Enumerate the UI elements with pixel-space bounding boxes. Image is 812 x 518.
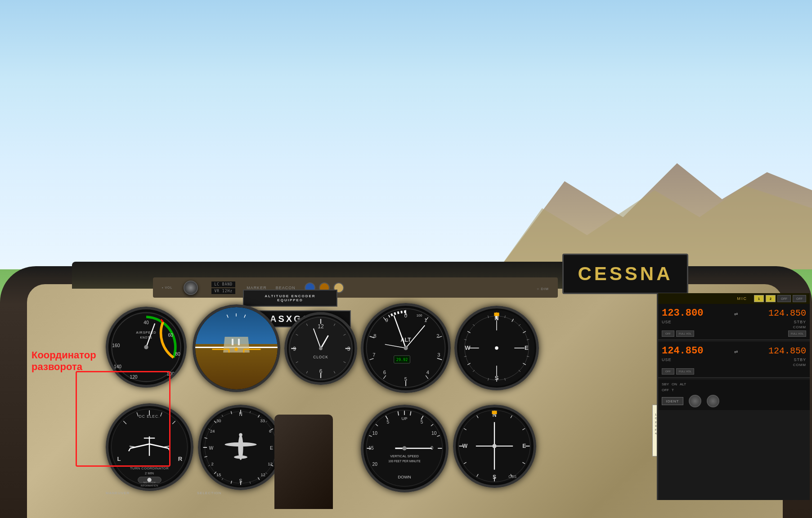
svg-text:12: 12 xyxy=(268,462,272,466)
transfer-icon-1[interactable]: ⇄ xyxy=(734,312,738,317)
t-label: T xyxy=(672,388,674,392)
svg-text:12: 12 xyxy=(318,323,324,330)
radio-btn-off-2[interactable]: OFF xyxy=(793,295,806,302)
vertical-speed-gauge: UP 5 10 15 20 5 10 DOWN VERTICAL SPEED 1… xyxy=(361,405,449,492)
svg-text:160: 160 xyxy=(112,343,120,348)
svg-text:7: 7 xyxy=(372,352,375,357)
svg-text:40: 40 xyxy=(144,320,149,325)
mic-label-text: MIC xyxy=(737,296,748,301)
comm1-stby-label: STBY xyxy=(794,320,806,324)
svg-text:5: 5 xyxy=(421,420,423,424)
comm1-use-label: USE xyxy=(662,320,672,324)
svg-text:OBS: OBS xyxy=(508,474,516,479)
svg-text:VERTICAL SPEED: VERTICAL SPEED xyxy=(390,454,419,458)
svg-text:9: 9 xyxy=(386,317,388,323)
cessna-text: CESSNA xyxy=(578,263,673,285)
svg-text:NO PITCH: NO PITCH xyxy=(144,481,156,484)
svg-text:3: 3 xyxy=(437,352,440,357)
comm2-full-btn[interactable]: FULL VOL xyxy=(676,368,694,375)
svg-point-22 xyxy=(144,345,148,349)
on-label: ON xyxy=(672,382,677,386)
comm1-full-btn2[interactable]: FULL VOL xyxy=(788,330,806,337)
svg-point-113 xyxy=(495,346,498,349)
svg-point-155 xyxy=(234,455,247,459)
mountains-svg xyxy=(497,145,812,271)
svg-text:4: 4 xyxy=(426,370,429,375)
comm2-stby-label: STBY xyxy=(794,357,806,362)
svg-text:CLOCK: CLOCK xyxy=(313,355,328,359)
svg-text:24: 24 xyxy=(210,429,215,433)
svg-text:5: 5 xyxy=(387,420,390,424)
gyro-compass-svg: N S W E 33 12 30 15 6 12 24 2 xyxy=(201,407,281,487)
svg-text:80: 80 xyxy=(175,352,180,357)
attitude-gauge xyxy=(193,304,280,392)
mic-header: MIC 1 2 OFF OFF xyxy=(658,293,810,304)
svg-text:DOWN: DOWN xyxy=(398,475,411,479)
comm2-type-label: COMM xyxy=(793,363,806,367)
radio-stack: MIC 1 2 OFF OFF 123.800 ⇄ 124.850 xyxy=(657,293,810,500)
svg-point-27 xyxy=(234,348,238,351)
comm1-full-btn[interactable]: FULL VOL xyxy=(676,330,694,337)
altitude-encoder-text-2: EQUIPPED xyxy=(277,298,303,302)
svg-text:TURN COORDINATOR: TURN COORDINATOR xyxy=(130,466,169,470)
svg-text:2: 2 xyxy=(211,462,214,466)
cockpit-frame: • VOL LC BAND VR 12Hz MARKER BEACON xyxy=(0,266,812,518)
svg-text:3: 3 xyxy=(347,346,350,352)
vsi-svg: UP 5 10 15 20 5 10 DOWN VERTICAL SPEED 1… xyxy=(363,407,446,490)
bottom-right-gauge: N S E W xyxy=(453,405,536,488)
svg-text:E: E xyxy=(525,344,529,351)
radio-lower-area: SBY ON ALT OFF T IDENT xyxy=(658,380,810,410)
svg-text:100: 100 xyxy=(167,371,175,376)
ident-button[interactable]: IDENT xyxy=(662,397,683,405)
airspeed-gauge: 40 60 80 100 120 140 160 AIRSPEED KNOTS xyxy=(106,307,187,388)
comm2-off-btn[interactable]: OFF xyxy=(662,368,674,375)
svg-text:W: W xyxy=(465,344,471,351)
annotation-line2: разворота xyxy=(31,361,96,373)
svg-text:UP: UP xyxy=(402,416,408,421)
svg-text:100: 100 xyxy=(417,313,422,317)
svg-text:W: W xyxy=(209,446,214,451)
svg-point-154 xyxy=(224,442,256,447)
svg-point-207 xyxy=(402,446,406,450)
instruments-area: ALTITUDE ENCODER EQUIPPED ASXGS xyxy=(54,293,810,509)
maneuver-label: MANEUVER xyxy=(106,491,130,495)
svg-text:20: 20 xyxy=(372,462,378,467)
control-column xyxy=(274,415,333,509)
svg-text:30: 30 xyxy=(216,419,221,423)
vol-label: • VOL xyxy=(162,286,172,289)
sby-label: SBY xyxy=(662,382,669,386)
freq-display-1: LC BAND xyxy=(211,281,235,287)
svg-text:29.92: 29.92 xyxy=(396,357,408,362)
svg-text:33: 33 xyxy=(260,419,265,423)
svg-rect-228 xyxy=(492,411,497,414)
svg-text:10: 10 xyxy=(372,431,378,436)
svg-point-156 xyxy=(239,433,242,436)
attitude-inner xyxy=(195,307,278,389)
svg-text:AIRSPEED: AIRSPEED xyxy=(136,330,156,335)
comm1-stby-freq: 124.850 xyxy=(768,308,806,318)
comm2-stby-freq: 124.850 xyxy=(768,346,806,356)
svg-text:10: 10 xyxy=(431,431,437,436)
selection-label: SELECTION xyxy=(197,491,221,495)
comm1-off-btn[interactable]: OFF xyxy=(662,330,674,337)
svg-text:140: 140 xyxy=(114,364,121,369)
svg-text:2 MIN: 2 MIN xyxy=(145,471,154,475)
radio-btn-2[interactable]: 2 xyxy=(766,295,776,302)
svg-text:9: 9 xyxy=(293,346,296,352)
turn-coordinator-svg: DC ELEC. L R TURN COORDINATOR 2 MIN xyxy=(108,406,191,488)
radio-knob-2[interactable] xyxy=(707,395,719,407)
off-label: OFF xyxy=(662,388,669,392)
heading-svg: N S E W xyxy=(457,308,536,388)
comm1-type-label: COMM xyxy=(793,325,806,329)
radio-knob-1[interactable] xyxy=(689,395,701,407)
svg-text:5: 5 xyxy=(404,376,407,382)
comm1-unit: 123.800 ⇄ 124.850 USE STBY COMM OFF FUL xyxy=(658,304,810,340)
radio-btn-off-1[interactable]: OFF xyxy=(777,295,791,302)
bottom-right-svg: N S E W xyxy=(456,407,534,485)
svg-text:L: L xyxy=(117,455,121,462)
radio-btn-1[interactable]: 1 xyxy=(754,295,764,302)
vol-knob[interactable] xyxy=(184,281,198,295)
svg-text:120: 120 xyxy=(130,375,137,380)
transfer-icon-2[interactable]: ⇄ xyxy=(734,349,738,354)
altitude-encoder-text-1: ALTITUDE ENCODER xyxy=(265,294,315,298)
